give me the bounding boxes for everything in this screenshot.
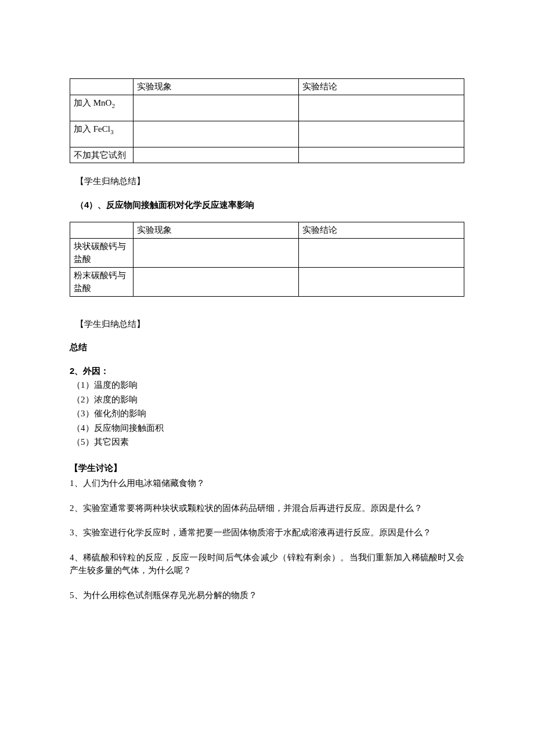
table-header-conclusion: 实验结论 [298, 222, 464, 239]
table-cell-empty [133, 121, 298, 147]
table-cell-empty [298, 95, 464, 121]
table-cell-empty [298, 121, 464, 147]
table-cell-empty [298, 147, 464, 163]
table-cell-label: 加入 FeCl3 [70, 121, 134, 147]
table-row: 加入 FeCl3 [70, 121, 464, 147]
subscript: 3 [110, 128, 114, 135]
table-cell-label: 块状碳酸钙与盐酸 [70, 238, 134, 267]
subscript: 2 [111, 102, 115, 109]
list-item: （5）其它因素 [72, 435, 464, 449]
table-row: 粉末碳酸钙与盐酸 [70, 267, 464, 296]
document-page: 实验现象 实验结论 加入 MnO2 加入 FeCl3 不加其它试剂 【学生归纳总… [0, 0, 534, 648]
section-heading-4: （4）、反应物间接触面积对化学反应速率影响 [75, 199, 464, 212]
discussion-question: 1、人们为什么用电冰箱储藏食物？ [70, 477, 464, 490]
discussion-question: 3、实验室进行化学反应时，通常把要一些固体物质溶于水配成溶液再进行反应。原因是什… [70, 526, 464, 539]
label-text: 加入 MnO [74, 98, 111, 107]
table-row: 加入 MnO2 [70, 95, 464, 121]
table-row: 不加其它试剂 [70, 147, 464, 163]
table-cell-label: 加入 MnO2 [70, 95, 134, 121]
table-header-blank [70, 79, 134, 95]
discussion-question: 2、实验室通常要将两种块状或颗粒状的固体药品研细，并混合后再进行反应。原因是什么… [70, 502, 464, 515]
table-cell-empty [133, 147, 298, 163]
summary-heading: 总结 [70, 341, 464, 354]
table-header-phenomenon: 实验现象 [133, 79, 298, 95]
list-item: （3）催化剂的影响 [72, 407, 464, 420]
discussion-question: 4、稀硫酸和锌粒的反应，反应一段时间后气体会减少（锌粒有剩余）。当我们重新加入稀… [70, 551, 464, 577]
table-row: 实验现象 实验结论 [70, 222, 464, 239]
list-item: （2）浓度的影响 [72, 393, 464, 406]
list-item: （4）反应物间接触面积 [72, 422, 464, 435]
list-item: （1）温度的影响 [72, 379, 464, 392]
label-text: 加入 FeCl [74, 124, 110, 134]
discussion-question: 5、为什么用棕色试剂瓶保存见光易分解的物质？ [70, 589, 464, 602]
student-summary-label: 【学生归纳总结】 [75, 175, 464, 188]
table-cell-label: 粉末碳酸钙与盐酸 [70, 267, 134, 296]
table-cell-empty [298, 267, 464, 296]
table-header-blank [70, 222, 134, 239]
table-cell-empty [133, 238, 298, 267]
experiment-table-1: 实验现象 实验结论 加入 MnO2 加入 FeCl3 不加其它试剂 [70, 78, 464, 163]
table-row: 实验现象 实验结论 [70, 79, 464, 95]
external-factors-heading: 2、外因： [70, 365, 464, 378]
table-header-conclusion: 实验结论 [298, 79, 464, 95]
table-cell-label: 不加其它试剂 [70, 147, 134, 163]
table-row: 块状碳酸钙与盐酸 [70, 238, 464, 267]
table-cell-empty [133, 267, 298, 296]
table-cell-empty [133, 95, 298, 121]
experiment-table-2: 实验现象 实验结论 块状碳酸钙与盐酸 粉末碳酸钙与盐酸 [70, 222, 464, 297]
student-discussion-heading: 【学生讨论】 [70, 462, 464, 475]
table-header-phenomenon: 实验现象 [133, 222, 298, 239]
table-cell-empty [298, 238, 464, 267]
student-summary-label-2: 【学生归纳总结】 [75, 318, 464, 331]
